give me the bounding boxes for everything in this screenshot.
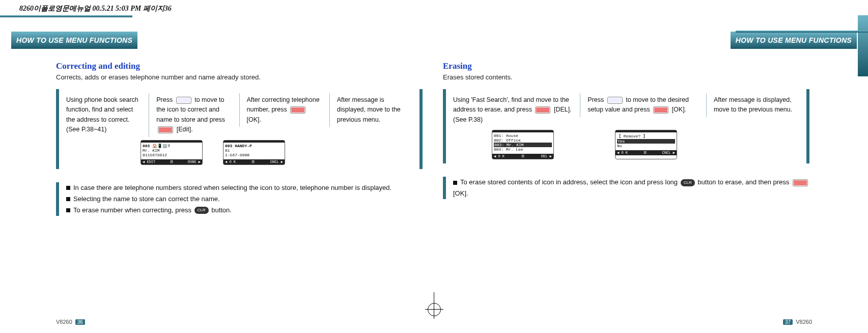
phone-screen-4: 【 Remove? 】YesNo◀ O K☰CNCL ▶ <box>615 130 677 159</box>
screens-right: 001: House002: Office003: Mr. KIM004: Mr… <box>492 130 806 159</box>
page-number-left: 36 <box>75 319 85 325</box>
section-title-left: Correcting and editing <box>56 61 423 71</box>
note-1: To erase stored contents of icon in addr… <box>453 177 809 199</box>
steps-row: Using phone book search function, find a… <box>59 93 419 137</box>
model-label: V8260 <box>796 319 812 325</box>
notes-left: In case there are telephone numbers stor… <box>56 182 423 216</box>
section-desc-left: Corrects, adds or erases telephone numbe… <box>56 73 423 81</box>
register-mark-icon <box>428 303 441 316</box>
bullet-icon <box>66 208 70 212</box>
model-label: V8260 <box>56 319 72 325</box>
section-title-right: Erasing <box>443 61 809 71</box>
section-tab-right: HOW TO USE MENU FUNCTIONS <box>731 32 857 49</box>
footer-left: V8260 36 <box>56 319 85 325</box>
page-number-right: 37 <box>783 319 793 325</box>
phone-screen-2: 003 HANDY-P011-567-8900◀ O K☰CNCL ▶ <box>223 140 285 165</box>
bullet-icon <box>66 197 70 201</box>
step-3: After correcting telephone number, press… <box>239 93 329 127</box>
notes-right: To erase stored contents of icon in addr… <box>443 177 809 199</box>
page-top-rule-right <box>858 15 868 76</box>
doc-header: 8260이폴로영문메뉴얼 00.5.21 5:03 PM 페이지36 <box>19 4 172 13</box>
phone-screen-3: 001: House002: Office003: Mr. KIM004: Mr… <box>492 130 554 159</box>
note-1: In case there are telephone numbers stor… <box>66 182 423 193</box>
step-1: Using 'Fast Search', find and move to th… <box>446 93 580 127</box>
step-1: Using phone book search function, find a… <box>59 93 149 137</box>
page-top-rule-left <box>0 15 132 17</box>
step-3: After message is displayed, move to the … <box>706 93 806 117</box>
step-2: Press to move to the icon to correct and… <box>149 93 239 137</box>
step-2: Press to move to the desired setup value… <box>580 93 706 117</box>
screens-left: 003 🏠📱🏢?Mr. KIM0115678912◀ EDIT☰DONE ▶ 0… <box>141 140 419 165</box>
steps-frame-left: Using phone book search function, find a… <box>56 89 423 169</box>
note-2: Selecting the name to store can correct … <box>66 193 423 205</box>
left-page: Correcting and editing Corrects, adds or… <box>56 61 423 216</box>
steps-row: Using 'Fast Search', find and move to th… <box>446 93 806 127</box>
phone-screen-1: 003 🏠📱🏢?Mr. KIM0115678912◀ EDIT☰DONE ▶ <box>141 140 203 165</box>
bullet-icon <box>453 181 457 185</box>
bullet-icon <box>66 186 70 190</box>
steps-frame-right: Using 'Fast Search', find and move to th… <box>443 89 809 163</box>
note-3: To erase number when correcting, press C… <box>66 205 423 216</box>
section-tab-left: HOW TO USE MENU FUNCTIONS <box>11 32 137 49</box>
right-page: Erasing Erases stored contents. Using 'F… <box>443 61 809 199</box>
footer-right: 37 V8260 <box>783 319 812 325</box>
section-desc-right: Erases stored contents. <box>443 73 809 81</box>
step-4: After message is displayed, move to the … <box>329 93 419 127</box>
